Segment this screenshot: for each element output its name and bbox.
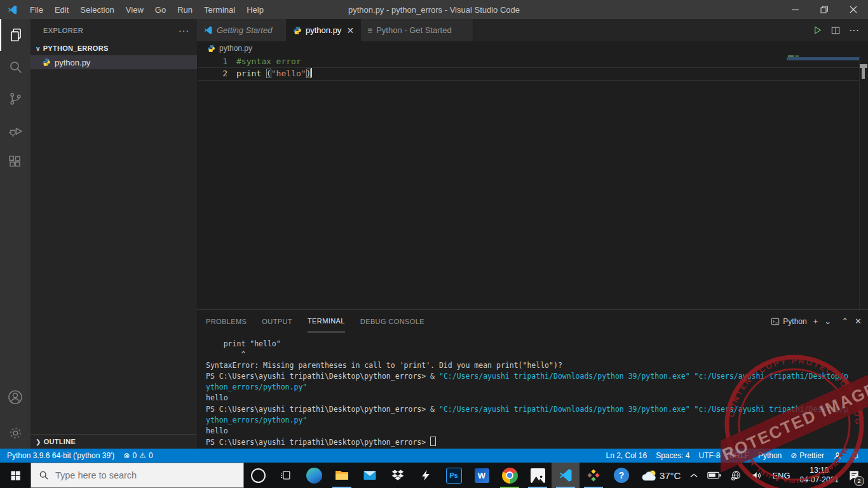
help-button[interactable]: ?: [607, 463, 635, 488]
folder-row-python-errors[interactable]: ∨ PYTHON_ERRORS: [31, 41, 197, 55]
indentation-status[interactable]: Spaces: 4: [651, 451, 694, 460]
tab-problems[interactable]: PROBLEMS: [206, 310, 247, 332]
chevron-down-icon: ∨: [36, 45, 41, 52]
restore-button[interactable]: [810, 0, 839, 19]
close-paren: ): [306, 69, 311, 78]
terminal-content[interactable]: print "hello" ^SyntaxError: Missing pare…: [206, 339, 865, 449]
outline-section-header[interactable]: ❯ OUTLINE: [31, 434, 197, 449]
close-tab-icon[interactable]: ✕: [346, 25, 354, 36]
search-input[interactable]: [54, 470, 215, 481]
extensions-icon[interactable]: [0, 146, 31, 178]
explorer-more-actions[interactable]: ···: [179, 25, 189, 36]
cursor-position-status[interactable]: Ln 2, Col 16: [601, 451, 651, 460]
network-globe-icon[interactable]: [726, 463, 747, 488]
file-row-python-py[interactable]: python.py: [31, 55, 197, 69]
folder-icon: [334, 468, 349, 483]
minimize-button[interactable]: [780, 0, 810, 19]
new-terminal-button[interactable]: +: [813, 316, 818, 326]
terminal-cursor: [430, 437, 436, 446]
action-center-button[interactable]: 2: [844, 463, 868, 488]
breadcrumb[interactable]: python.py: [197, 41, 868, 55]
run-debug-icon[interactable]: [0, 114, 31, 146]
terminal-line: PS C:\Users\ayushi tripathi\Desktop\pyth…: [206, 371, 865, 382]
more-actions-icon[interactable]: ···: [849, 25, 859, 36]
split-editor-icon[interactable]: [831, 26, 840, 35]
search-icon[interactable]: [0, 51, 31, 83]
weather-widget[interactable]: 37°C: [636, 463, 686, 488]
menu-file[interactable]: File: [24, 5, 49, 15]
close-panel-icon[interactable]: ✕: [855, 316, 862, 326]
mail-icon: [362, 468, 377, 483]
menu-terminal[interactable]: Terminal: [198, 5, 241, 15]
tab-debug-console[interactable]: DEBUG CONSOLE: [360, 310, 424, 332]
vscode-logo-icon: [7, 4, 18, 15]
task-view-button[interactable]: [272, 463, 300, 488]
tab-getting-started[interactable]: Getting Started: [197, 19, 287, 41]
tab-python-get-started[interactable]: ≡ Python - Get Started: [361, 19, 473, 41]
terminal-line: hello: [206, 393, 865, 403]
chevron-down-icon[interactable]: ⌄: [824, 316, 831, 326]
run-python-file-button[interactable]: [813, 25, 822, 35]
battery-icon[interactable]: [703, 463, 726, 488]
code-editor[interactable]: 1 #syntax error 2 print ("hello"): [197, 55, 868, 309]
scrollbar-thumb[interactable]: [862, 68, 865, 79]
feedback-icon[interactable]: [829, 451, 846, 460]
photoshop-button[interactable]: Ps: [440, 463, 468, 488]
start-button[interactable]: [0, 463, 31, 488]
language-indicator[interactable]: ENG: [768, 463, 794, 488]
tab-output[interactable]: OUTPUT: [262, 310, 292, 332]
temperature: 37°C: [660, 470, 681, 481]
menu-view[interactable]: View: [120, 5, 149, 15]
menu-run[interactable]: Run: [172, 5, 198, 15]
language-mode-status[interactable]: Python: [754, 451, 786, 460]
word-button[interactable]: W: [468, 463, 496, 488]
explorer-icon[interactable]: [0, 19, 31, 51]
color-suite-icon: [587, 468, 600, 482]
close-window-button[interactable]: [839, 0, 868, 19]
show-hidden-icons-chevron[interactable]: [685, 463, 703, 488]
chrome-button[interactable]: [496, 463, 524, 488]
cloud-icon: [641, 469, 658, 482]
accounts-icon[interactable]: [0, 381, 31, 413]
code-line-2: 2 print ("hello"): [197, 67, 868, 79]
python-file-icon: [207, 44, 215, 53]
mail-button[interactable]: [356, 463, 384, 488]
code-string: "hello": [271, 69, 306, 78]
settings-gear-icon[interactable]: [0, 417, 31, 449]
prettier-status[interactable]: ⊘ Prettier: [786, 451, 829, 460]
photos-button[interactable]: [524, 463, 552, 488]
tab-python-py[interactable]: python.py ✕: [287, 19, 361, 41]
file-explorer-button[interactable]: [328, 463, 356, 488]
warning-icon: ⚠: [139, 451, 146, 460]
maximize-panel-icon[interactable]: ⌃: [841, 316, 848, 326]
clock[interactable]: 13:18 04-07-2021: [795, 466, 844, 485]
eol-status[interactable]: CRLF: [725, 451, 754, 460]
volume-icon[interactable]: [747, 463, 768, 488]
menu-go[interactable]: Go: [149, 5, 172, 15]
search-icon: [39, 470, 49, 480]
menu-edit[interactable]: Edit: [49, 5, 74, 15]
lightning-app-button[interactable]: [412, 463, 440, 488]
menu-selection[interactable]: Selection: [74, 5, 119, 15]
breadcrumb-file: python.py: [219, 44, 252, 53]
encoding-status[interactable]: UTF-8: [695, 451, 725, 460]
color-suite-button[interactable]: [580, 463, 607, 488]
chevron-right-icon: ❯: [36, 438, 41, 445]
python-interpreter-status[interactable]: Python 3.9.6 64-bit ('python 39'): [3, 451, 119, 460]
tab-terminal[interactable]: TERMINAL: [308, 310, 345, 332]
menu-bar: File Edit Selection View Go Run Terminal…: [24, 5, 269, 15]
terminal-line: ython_errors/python.py": [206, 382, 865, 393]
dropbox-button[interactable]: [384, 463, 412, 488]
cortana-button[interactable]: [244, 463, 272, 488]
menu-help[interactable]: Help: [241, 5, 269, 15]
terminal-shell-selector[interactable]: Python: [771, 317, 806, 326]
vscode-taskbar-button[interactable]: [552, 463, 580, 488]
minimap-current-line[interactable]: [787, 57, 859, 60]
edge-button[interactable]: [300, 463, 328, 488]
code-function: print: [236, 69, 266, 78]
source-control-icon[interactable]: [0, 83, 31, 114]
notifications-bell-icon[interactable]: [846, 451, 864, 460]
problems-status[interactable]: ⊗ 0 ⚠ 0: [119, 451, 157, 460]
windows-taskbar: Ps W ? 37°C ENG 13:18: [0, 463, 868, 488]
taskbar-search-box[interactable]: [31, 463, 244, 488]
